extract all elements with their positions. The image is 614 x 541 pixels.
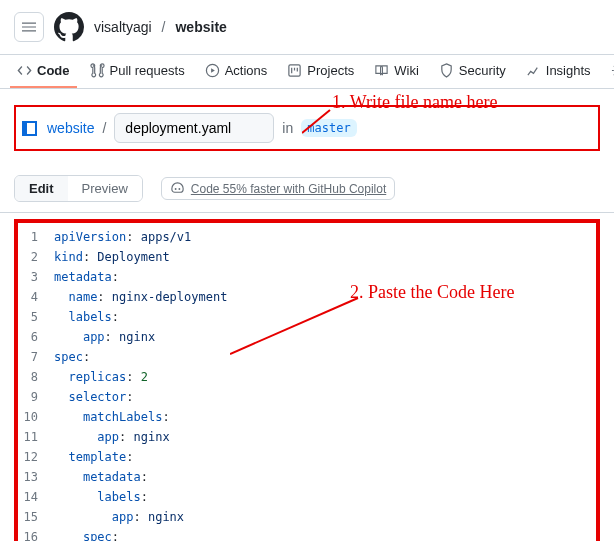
branch-badge[interactable]: master [301,119,356,137]
tab-actions[interactable]: Actions [198,55,275,88]
breadcrumb-owner[interactable]: visaltyagi [94,19,152,35]
file-path-area: website / in master [0,89,614,165]
tab-pulls[interactable]: Pull requests [83,55,192,88]
line-number-gutter: 12345678910111213141516 [18,223,46,541]
line-number: 10 [22,407,38,427]
code-content[interactable]: apiVersion: apps/v1kind: Deploymentmetad… [46,223,596,541]
code-line[interactable]: app: nginx [54,327,588,347]
code-line[interactable]: selector: [54,387,588,407]
code-line[interactable]: matchLabels: [54,407,588,427]
code-line[interactable]: labels: [54,487,588,507]
code-line[interactable]: spec: [54,347,588,367]
preview-tab[interactable]: Preview [68,176,142,201]
editor-tab-row: Edit Preview Code 55% faster with GitHub… [0,165,614,213]
line-number: 8 [22,367,38,387]
edit-tab[interactable]: Edit [15,176,68,201]
path-separator: / [102,120,106,136]
code-line[interactable]: template: [54,447,588,467]
code-line[interactable]: metadata: [54,467,588,487]
editor-tab-group: Edit Preview [14,175,143,202]
line-number: 2 [22,247,38,267]
code-line[interactable]: labels: [54,307,588,327]
line-number: 13 [22,467,38,487]
line-number: 3 [22,267,38,287]
repo-nav: Code Pull requests Actions Projects Wiki… [0,55,614,89]
code-line[interactable]: kind: Deployment [54,247,588,267]
tab-settings[interactable]: Settings [604,55,614,88]
page-header: visaltyagi / website [0,0,614,55]
line-number: 7 [22,347,38,367]
code-line[interactable]: app: nginx [54,427,588,447]
line-number: 5 [22,307,38,327]
line-number: 16 [22,527,38,541]
file-path-bar: website / in master [14,105,600,151]
tab-pulls-label: Pull requests [110,63,185,78]
breadcrumb-separator: / [162,19,166,35]
line-number: 1 [22,227,38,247]
copilot-icon [170,181,185,196]
file-mode-icon [22,121,37,136]
tab-wiki[interactable]: Wiki [367,55,426,88]
repo-path-link[interactable]: website [47,120,94,136]
code-editor[interactable]: 12345678910111213141516 apiVersion: apps… [14,219,600,541]
copilot-promo[interactable]: Code 55% faster with GitHub Copilot [161,177,395,200]
code-line[interactable]: name: nginx-deployment [54,287,588,307]
tab-actions-label: Actions [225,63,268,78]
editor-wrap: 12345678910111213141516 apiVersion: apps… [14,219,600,541]
code-line[interactable]: spec: [54,527,588,541]
tab-security[interactable]: Security [432,55,513,88]
code-line[interactable]: apiVersion: apps/v1 [54,227,588,247]
tab-wiki-label: Wiki [394,63,419,78]
line-number: 6 [22,327,38,347]
tab-projects[interactable]: Projects [280,55,361,88]
copilot-label: Code 55% faster with GitHub Copilot [191,182,386,196]
line-number: 9 [22,387,38,407]
tab-insights-label: Insights [546,63,591,78]
svg-point-4 [175,188,177,190]
line-number: 15 [22,507,38,527]
code-line[interactable]: app: nginx [54,507,588,527]
code-line[interactable]: metadata: [54,267,588,287]
code-line[interactable]: replicas: 2 [54,367,588,387]
tab-insights[interactable]: Insights [519,55,598,88]
github-logo-icon[interactable] [54,12,84,42]
tab-security-label: Security [459,63,506,78]
menu-icon[interactable] [14,12,44,42]
line-number: 14 [22,487,38,507]
tab-code[interactable]: Code [10,55,77,88]
line-number: 4 [22,287,38,307]
line-number: 12 [22,447,38,467]
tab-projects-label: Projects [307,63,354,78]
line-number: 11 [22,427,38,447]
filename-input[interactable] [114,113,274,143]
svg-point-5 [178,188,180,190]
tab-code-label: Code [37,63,70,78]
breadcrumb-repo[interactable]: website [175,19,226,35]
in-label: in [282,120,293,136]
